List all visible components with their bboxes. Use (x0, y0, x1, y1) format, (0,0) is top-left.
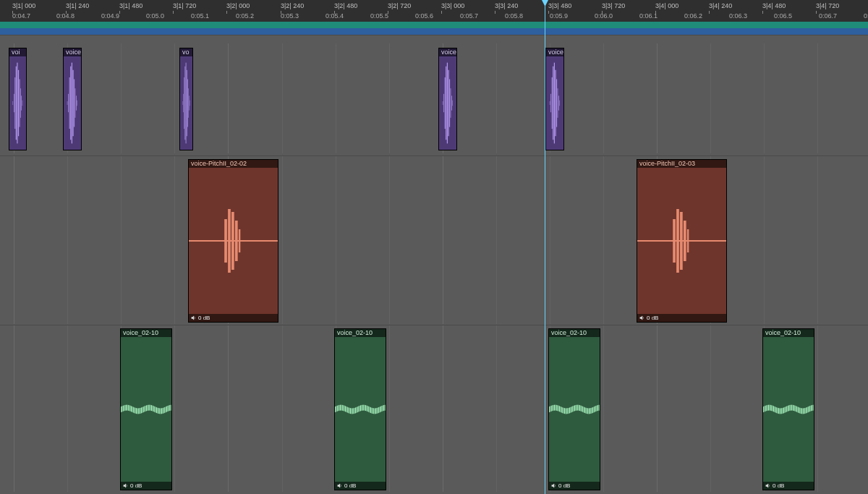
ruler-bars-beats: 3|2| 480 (334, 2, 357, 9)
time-span-bar[interactable] (0, 22, 868, 35)
svg-rect-38 (451, 95, 452, 110)
svg-rect-230 (781, 408, 782, 414)
audio-clip-red[interactable]: voice-PitchII_02-030 dB (637, 159, 727, 323)
svg-rect-205 (592, 407, 593, 413)
svg-rect-64 (123, 406, 124, 412)
svg-rect-218 (769, 405, 770, 411)
svg-rect-122 (345, 406, 346, 412)
svg-rect-200 (587, 408, 588, 414)
svg-rect-120 (343, 405, 344, 411)
audio-clip-red[interactable]: voice-PitchII_02-020 dB (188, 159, 278, 323)
svg-rect-227 (778, 408, 779, 414)
clip-label: voice_02-10 (549, 329, 600, 337)
svg-rect-37 (451, 88, 451, 118)
svg-rect-33 (446, 67, 446, 140)
svg-rect-162 (549, 406, 550, 412)
audio-clip-purple[interactable]: voice (545, 48, 564, 150)
svg-rect-160 (383, 405, 384, 411)
audio-clip-purple[interactable]: voice (438, 48, 457, 150)
clip-label: voice_02-10 (335, 329, 386, 337)
svg-rect-45 (555, 70, 556, 136)
svg-rect-21 (183, 94, 184, 112)
audio-clip-purple[interactable]: voice (63, 48, 82, 150)
svg-rect-15 (72, 70, 73, 136)
ruler-timecode: 0:04.9 (101, 12, 119, 20)
volume-icon (337, 483, 342, 488)
svg-rect-179 (566, 408, 567, 414)
svg-rect-137 (360, 405, 361, 411)
svg-rect-76 (135, 408, 136, 414)
svg-rect-26 (187, 79, 188, 127)
svg-rect-141 (365, 405, 365, 411)
ruler-bars-beats: 3|4| 240 (709, 2, 732, 9)
svg-rect-53 (231, 212, 234, 270)
audio-clip-green[interactable]: voice_02-100 dB (548, 328, 600, 490)
svg-rect-235 (786, 406, 787, 412)
playhead[interactable] (545, 0, 545, 494)
svg-rect-72 (131, 406, 132, 412)
svg-rect-42 (552, 77, 553, 129)
timeline-stage[interactable]: 3|1| 0003|1| 2403|1| 4803|1| 7203|2| 000… (0, 0, 868, 494)
svg-rect-199 (587, 408, 587, 414)
svg-rect-168 (555, 405, 556, 411)
ruler-timecode: 0:05.5 (370, 12, 388, 20)
svg-rect-83 (142, 407, 142, 413)
ruler-bars-beats: 3|1| 240 (66, 2, 89, 9)
audio-clip-purple[interactable]: vo (179, 48, 193, 150)
svg-rect-249 (801, 408, 801, 414)
svg-rect-240 (791, 405, 792, 411)
svg-rect-239 (791, 405, 791, 411)
ruler-bars-beats: 3|3| 720 (602, 2, 625, 9)
svg-rect-96 (156, 407, 156, 413)
clip-gain: 0 dB (637, 314, 726, 322)
audio-clip-green[interactable]: voice_02-100 dB (762, 328, 814, 490)
ruler-bars-beats: 3|4| 000 (655, 2, 678, 9)
audio-clip-green[interactable]: voice_02-100 dB (334, 328, 386, 490)
svg-rect-139 (362, 405, 363, 411)
svg-rect-43 (553, 67, 553, 140)
clip-label: voice-PitchII_02-02 (189, 160, 278, 168)
svg-rect-213 (764, 406, 765, 412)
svg-rect-61 (687, 229, 689, 252)
svg-rect-169 (556, 405, 557, 411)
svg-rect-89 (148, 405, 149, 411)
audio-clip-green[interactable]: voice_02-100 dB (120, 328, 172, 490)
svg-rect-254 (806, 408, 807, 414)
svg-rect-126 (349, 408, 350, 414)
svg-rect-256 (808, 406, 809, 412)
svg-rect-73 (132, 406, 132, 412)
svg-rect-216 (767, 405, 768, 411)
svg-rect-12 (69, 77, 70, 129)
svg-rect-140 (363, 405, 364, 411)
audio-clip-purple[interactable]: voi (9, 48, 27, 150)
ruler-bars-beats: 3|2| 720 (388, 2, 411, 9)
ruler[interactable]: 3|1| 0003|1| 2403|1| 4803|1| 7203|2| 000… (0, 0, 868, 22)
svg-rect-163 (550, 406, 550, 412)
ruler-bars-beats: 3|2| 000 (226, 2, 250, 9)
svg-rect-118 (341, 405, 341, 411)
svg-rect-217 (768, 405, 769, 411)
clip-label: vo (180, 48, 192, 56)
svg-rect-133 (356, 407, 357, 413)
svg-rect-17 (75, 88, 76, 118)
svg-rect-80 (139, 408, 140, 414)
ruler-timecode: 0:06.9 (864, 12, 868, 20)
svg-rect-211 (599, 405, 600, 411)
svg-rect-108 (167, 406, 168, 412)
track-1[interactable]: voivoicevovoicevoice (0, 43, 868, 153)
track-2[interactable]: voice-PitchII_02-020 dBvoice-PitchII_02-… (0, 156, 868, 324)
svg-rect-82 (141, 407, 142, 413)
clip-label: voice-PitchII_02-03 (637, 160, 726, 168)
ruler-bars-beats: 3|1| 480 (119, 2, 142, 9)
svg-rect-114 (337, 406, 338, 412)
svg-rect-181 (569, 408, 569, 414)
svg-rect-48 (558, 95, 559, 110)
ruler-timecode: 0:05.1 (191, 12, 209, 20)
clip-gain: 0 dB (121, 482, 171, 490)
svg-rect-101 (161, 408, 161, 414)
track-3[interactable]: voice_02-100 dBvoice_02-100 dBvoice_02-1… (0, 325, 868, 492)
svg-rect-134 (357, 406, 358, 412)
clip-label: voice_02-10 (121, 329, 171, 337)
svg-rect-201 (589, 408, 590, 414)
svg-rect-147 (370, 407, 371, 413)
